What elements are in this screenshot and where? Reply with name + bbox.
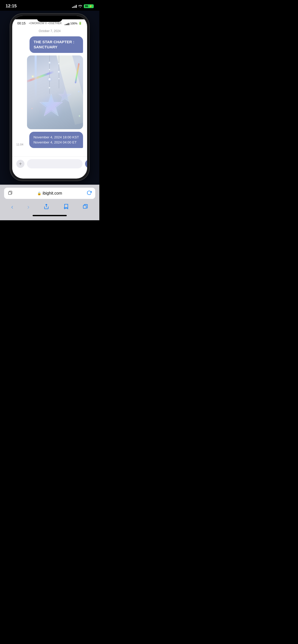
bookmarks-button[interactable] (60, 203, 72, 211)
inner-battery-icon: 🔋 (78, 22, 82, 25)
chat-area: October 7, 2024 THE STAR CHAPTER : SANCT… (12, 29, 87, 156)
tabs-icon[interactable] (8, 191, 13, 196)
tabs-switcher-button[interactable] (79, 203, 91, 211)
host-time: 12:15 (6, 4, 17, 9)
phone-bezel: 00:15 +OMORROW X +OGETHER 100% 🔋 October… (10, 14, 89, 181)
add-attachment-button[interactable]: + (16, 160, 24, 168)
share-button[interactable] (40, 203, 52, 211)
inner-time: 00:15 (17, 21, 26, 25)
datetime-line-2: November 4, 2024 04:00 ET (33, 140, 79, 145)
datetime-line-1: November 4, 2024 18:00 KST (33, 135, 79, 140)
host-icons: 86 ⚡ (72, 4, 94, 8)
url-bar-center[interactable]: 🔒 ibighit.com (15, 191, 85, 196)
chain-right (58, 55, 60, 88)
send-button[interactable] (85, 160, 87, 168)
url-domain: ibighit.com (43, 191, 62, 196)
dynamic-island (37, 16, 62, 22)
chat-date-label: October 7, 2024 (16, 29, 83, 33)
star-crystal-small (58, 89, 72, 104)
home-indicator (33, 215, 67, 216)
message-input[interactable] (27, 159, 83, 168)
rainbow-streak (75, 63, 80, 83)
inner-battery-pct: 100% (70, 22, 77, 25)
message-bubble-text: THE STAR CHAPTER : SANCTUARY (30, 36, 83, 53)
datetime-bubble: November 4, 2024 18:00 KST November 4, 2… (29, 132, 83, 148)
inner-right: 100% 🔋 (65, 22, 82, 25)
back-button[interactable]: ‹ (8, 202, 16, 212)
sparkle-2 (78, 91, 79, 92)
sparkle-1 (32, 76, 33, 77)
url-bar[interactable]: 🔒 ibighit.com (4, 188, 95, 199)
reload-icon[interactable] (87, 190, 92, 195)
lock-icon: 🔒 (37, 192, 41, 195)
url-bar-left (8, 191, 13, 196)
wifi-icon (78, 4, 82, 8)
tab-bar: ‹ › (4, 199, 95, 214)
input-bar: + (12, 156, 87, 173)
chain-left (48, 55, 51, 94)
datetime-bubble-row: 11:04 November 4, 2024 18:00 KST Novembe… (16, 132, 83, 148)
phone-screen: 00:15 +OMORROW X +OGETHER 100% 🔋 October… (12, 16, 87, 179)
sparkle-3 (32, 108, 32, 109)
browser-chrome: 🔒 ibighit.com ‹ › (0, 185, 99, 220)
sparkle-4 (79, 115, 80, 116)
outer-screen: 12:15 86 ⚡ (0, 0, 99, 220)
svg-rect-7 (83, 205, 86, 208)
host-status-bar: 12:15 86 ⚡ (0, 0, 99, 11)
inner-carrier: +OMORROW X +OGETHER (29, 22, 62, 25)
svg-rect-5 (8, 192, 11, 195)
url-bar-right[interactable] (87, 190, 92, 196)
forward-button[interactable]: › (24, 202, 33, 212)
signal-bars-icon (72, 4, 77, 8)
battery-badge: 86 ⚡ (84, 4, 94, 8)
message-time-label: 11:04 (16, 143, 23, 146)
inner-signal-icon (65, 22, 69, 25)
message-bubble-image[interactable] (27, 55, 83, 129)
crystal-image (27, 55, 83, 129)
